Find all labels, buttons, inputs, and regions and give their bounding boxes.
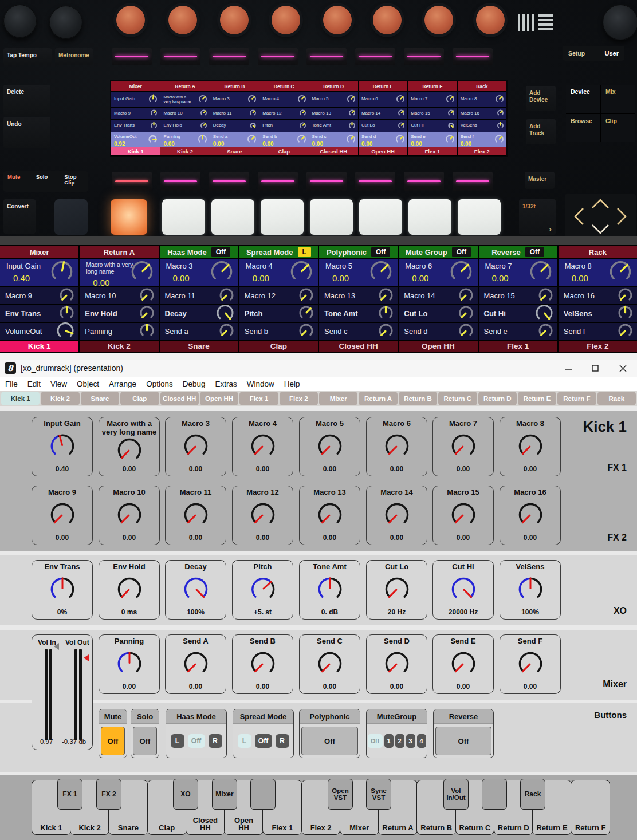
tab-return-a[interactable]: Return A (359, 392, 397, 405)
knob-dial[interactable] (517, 570, 544, 608)
tab-return-b[interactable]: Return B (399, 392, 437, 405)
pad-lit[interactable] (162, 199, 205, 235)
knob-box-macro-14[interactable]: Macro 140.00 (366, 486, 427, 545)
display-top-button[interactable] (355, 48, 395, 65)
mix-button[interactable]: Mix (601, 85, 635, 113)
toggle-button-polyphonic[interactable]: Off (301, 727, 358, 755)
piano-black-key-xo[interactable]: XO (173, 779, 198, 810)
knob-dial[interactable] (116, 496, 143, 534)
option-haas-mode-off[interactable]: Off (188, 734, 205, 748)
tab-flex-2[interactable]: Flex 2 (280, 392, 318, 405)
master-button[interactable]: Master (525, 172, 555, 189)
encoder-knob[interactable] (49, 6, 82, 39)
menu-arrange[interactable]: Arrange (109, 380, 136, 388)
piano-black-key-vol-in-out[interactable]: Vol In/Out (443, 779, 469, 810)
display-bottom-button[interactable] (112, 172, 152, 191)
device-button[interactable]: Device (566, 85, 600, 113)
option-haas-mode-r[interactable]: R (209, 734, 222, 748)
knob-box-cut-hi[interactable]: Cut Hi20000 Hz (432, 560, 494, 620)
encoder-knob[interactable] (424, 6, 453, 34)
tab-rack[interactable]: Rack (597, 392, 636, 405)
knob-dial[interactable] (450, 570, 477, 608)
knob-box-macro-12[interactable]: Macro 120.00 (232, 486, 293, 545)
option-haas-mode-l[interactable]: L (171, 734, 184, 748)
setup-button[interactable]: Setup (568, 50, 585, 57)
tab-mixer[interactable]: Mixer (319, 392, 357, 405)
menu-file[interactable]: File (5, 380, 18, 388)
display-bottom-button[interactable] (258, 172, 298, 191)
knob-box-macro-5[interactable]: Macro 50.00 (299, 417, 360, 476)
display-bottom-button[interactable] (209, 172, 249, 191)
menu-help[interactable]: Help (284, 380, 300, 388)
tab-kick-2[interactable]: Kick 2 (41, 392, 79, 405)
tab-clap[interactable]: Clap (120, 392, 159, 405)
encoder-knob[interactable] (116, 6, 145, 34)
note-rate-button[interactable]: 1/32t › (519, 199, 556, 235)
option-mutegroup-2[interactable]: 2 (395, 734, 404, 748)
undo-button[interactable]: Undo (3, 117, 50, 148)
knob-box-pitch[interactable]: Pitch+5. st (232, 560, 293, 620)
knob-box-tone-amt[interactable]: Tone Amt0. dB (299, 560, 360, 620)
vol-out-slider-handle[interactable] (84, 654, 89, 661)
knob-dial[interactable] (317, 496, 343, 534)
encoder-knob[interactable] (603, 5, 637, 40)
tab-return-e[interactable]: Return E (518, 392, 556, 405)
piano-black-key-blank[interactable] (482, 779, 507, 810)
pad-lit[interactable] (310, 199, 353, 235)
knob-box-macro-with-a-very-long-name[interactable]: Macro with a very long name0.00 (99, 417, 160, 476)
toggle-button-mute[interactable]: Off (101, 727, 125, 755)
pad-lit[interactable] (458, 199, 501, 235)
knob-box-macro-11[interactable]: Macro 110.00 (165, 486, 226, 545)
menu-object[interactable]: Object (77, 380, 99, 388)
knob-box-macro-15[interactable]: Macro 150.00 (432, 486, 494, 545)
tab-return-d[interactable]: Return D (478, 392, 517, 405)
pad-lit[interactable] (359, 199, 402, 235)
piano-black-key-rack[interactable]: Rack (520, 779, 545, 810)
maximize-button[interactable] (585, 362, 605, 374)
piano-black-key-fx-1[interactable]: FX 1 (57, 779, 82, 810)
pad-lit[interactable] (408, 199, 451, 235)
display-bottom-button[interactable] (306, 172, 347, 191)
knob-box-decay[interactable]: Decay100% (165, 560, 226, 620)
knob-box-send-c[interactable]: Send C0.00 (299, 634, 360, 694)
display-top-button[interactable] (112, 48, 152, 65)
knob-dial[interactable] (317, 645, 343, 683)
piano-black-key-open-vst[interactable]: Open VST (328, 779, 353, 810)
display-top-button[interactable] (404, 48, 444, 65)
knob-box-macro-4[interactable]: Macro 40.00 (232, 417, 293, 476)
display-bottom-button[interactable] (404, 172, 444, 191)
menu-edit[interactable]: Edit (27, 380, 41, 388)
knob-dial[interactable] (49, 570, 76, 608)
knob-dial[interactable] (517, 645, 544, 683)
minimize-button[interactable] (559, 362, 579, 374)
knob-box-send-d[interactable]: Send D0.00 (366, 634, 427, 694)
tab-flex-1[interactable]: Flex 1 (239, 392, 278, 405)
tab-open-hh[interactable]: Open HH (200, 392, 238, 405)
knob-dial[interactable] (517, 496, 544, 534)
knob-box-macro-6[interactable]: Macro 60.00 (366, 417, 427, 476)
toggle-button-reverse[interactable]: Off (435, 727, 491, 755)
knob-box-macro-7[interactable]: Macro 70.00 (432, 417, 494, 476)
piano-black-key-blank[interactable] (250, 779, 276, 810)
knob-box-send-f[interactable]: Send F0.00 (500, 634, 561, 694)
knob-box-send-b[interactable]: Send B0.00 (232, 634, 293, 694)
solo-button[interactable]: Solo (32, 171, 61, 192)
delete-button[interactable]: Delete (3, 85, 50, 116)
knob-dial[interactable] (450, 496, 477, 534)
pad-lit[interactable] (211, 199, 254, 235)
close-button[interactable] (613, 362, 632, 374)
menu-view[interactable]: View (50, 380, 67, 388)
knob-box-macro-9[interactable]: Macro 90.00 (32, 486, 93, 545)
display-top-button[interactable] (306, 48, 347, 65)
knob-box-velsens[interactable]: VelSens100% (500, 560, 561, 620)
knob-box-macro-10[interactable]: Macro 100.00 (99, 486, 160, 545)
knob-dial[interactable] (317, 427, 343, 465)
tab-return-f[interactable]: Return F (557, 392, 596, 405)
option-mutegroup-3[interactable]: 3 (406, 734, 415, 748)
knob-dial[interactable] (183, 570, 209, 608)
knob-dial[interactable] (317, 570, 343, 608)
display-bottom-button[interactable] (453, 172, 493, 191)
knob-dial[interactable] (250, 570, 276, 608)
menu-extras[interactable]: Extras (215, 380, 237, 388)
option-spread-mode-off[interactable]: Off (255, 734, 272, 748)
